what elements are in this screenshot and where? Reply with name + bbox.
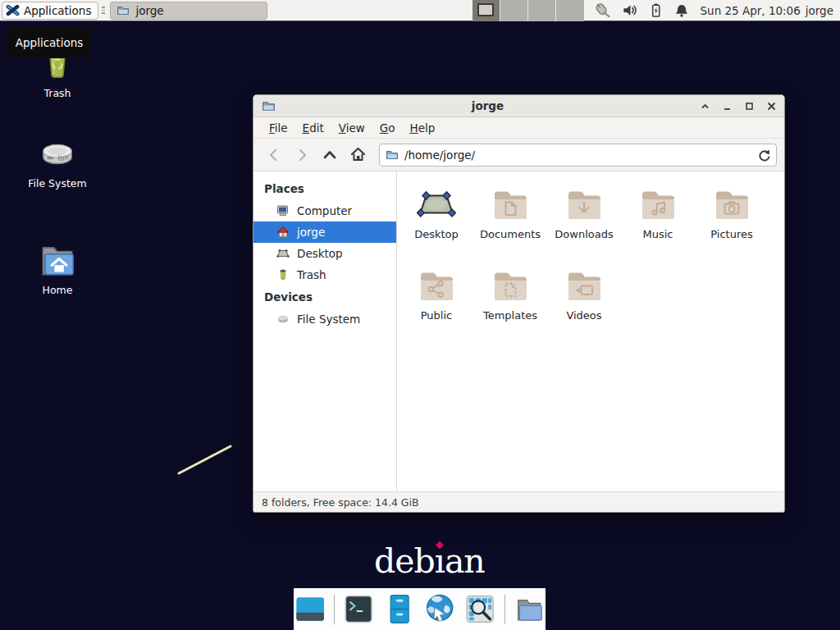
applications-menu-label: Applications <box>24 4 91 17</box>
desktop-icon-label: Trash <box>43 87 71 99</box>
file-music[interactable]: Music <box>621 185 695 266</box>
taskbar-window-label: jorge <box>135 4 163 17</box>
desktop-icon-label: File System <box>28 177 87 189</box>
file-documents[interactable]: Documents <box>473 185 547 266</box>
home-button[interactable] <box>345 144 371 167</box>
desktop-special-icon <box>417 185 456 224</box>
minimize-button[interactable] <box>722 101 732 111</box>
menu-help[interactable]: Help <box>403 118 443 138</box>
desktop-icon <box>276 247 290 260</box>
computer-icon <box>276 204 290 217</box>
file-label: Desktop <box>414 228 459 240</box>
file-label: Templates <box>483 309 537 322</box>
menu-file[interactable]: File <box>262 118 295 138</box>
reload-button[interactable] <box>756 148 770 162</box>
location-bar[interactable]: /home/jorge/ <box>379 144 777 167</box>
sidebar-item-trash[interactable]: Trash <box>253 264 396 285</box>
file-label: Documents <box>480 228 541 240</box>
volume-icon[interactable] <box>622 2 637 18</box>
maximize-button[interactable] <box>744 101 754 111</box>
file-manager-window: jorge File Edit View Go Help <box>253 94 785 513</box>
bottom-dock <box>294 588 546 630</box>
places-sidebar: Places Computer jorge Desktop Trash Devi… <box>253 171 397 491</box>
close-button[interactable] <box>766 101 776 111</box>
sidebar-item-label: File System <box>297 313 360 326</box>
applications-menu-button[interactable]: Applications <box>2 2 98 20</box>
folder-music-icon <box>638 185 678 224</box>
debian-logo-text: an <box>445 541 485 581</box>
path-folder-icon <box>386 148 399 162</box>
status-text: 8 folders, Free space: 14.4 GiB <box>262 496 419 509</box>
home-folder-icon <box>37 240 78 281</box>
file-videos[interactable]: Videos <box>547 266 621 347</box>
desktop-icon-label: Home <box>43 284 73 296</box>
panel-clock[interactable]: Sun 25 Apr, 10:06 <box>701 4 801 17</box>
file-manager-icon[interactable] <box>513 592 546 626</box>
sidebar-item-jorge[interactable]: jorge <box>253 221 396 243</box>
toolbar: /home/jorge/ <box>253 139 784 171</box>
sidebar-item-computer[interactable]: Computer <box>253 200 396 221</box>
workspace-4[interactable] <box>556 0 583 21</box>
notifications-bell-icon[interactable] <box>674 3 689 18</box>
system-tray <box>592 2 689 19</box>
window-title: jorge <box>276 99 700 112</box>
menu-view[interactable]: View <box>331 118 372 138</box>
status-bar: 8 folders, Free space: 14.4 GiB <box>253 491 784 512</box>
file-desktop[interactable]: Desktop <box>399 185 473 266</box>
show-desktop-icon[interactable] <box>294 592 326 626</box>
app-finder-icon[interactable] <box>463 592 496 626</box>
panel-user-menu[interactable]: jorge <box>806 4 833 17</box>
back-button[interactable] <box>261 144 287 167</box>
web-browser-icon[interactable] <box>423 592 456 626</box>
folder-video-icon <box>564 266 604 305</box>
folder-download-icon <box>564 185 604 224</box>
path-text[interactable]: /home/jorge/ <box>404 148 751 162</box>
sidebar-item-label: Desktop <box>297 247 343 260</box>
sidebar-item-desktop[interactable]: Desktop <box>253 243 396 264</box>
debian-logo: debıan <box>374 541 485 581</box>
sidebar-header-devices: Devices <box>253 285 396 308</box>
file-label: Public <box>421 309 452 322</box>
workspace-window-miniature <box>477 3 494 16</box>
debian-logo-text: deb <box>374 541 435 581</box>
up-button[interactable] <box>317 144 343 167</box>
desktop-scribble-line <box>172 440 238 481</box>
dock-separator <box>334 595 335 624</box>
panel-grip-handle[interactable] <box>100 4 107 17</box>
sidebar-item-label: jorge <box>297 226 325 239</box>
file-pictures[interactable]: Pictures <box>695 185 769 266</box>
folder-document-icon <box>491 185 530 224</box>
file-label: Music <box>643 228 673 240</box>
sidebar-item-file-system[interactable]: File System <box>253 308 396 330</box>
window-titlebar[interactable]: jorge <box>253 95 784 117</box>
forward-button[interactable] <box>289 144 315 167</box>
shade-button[interactable] <box>700 101 710 111</box>
workspace-2[interactable] <box>500 0 528 21</box>
applications-tooltip-text: Applications <box>16 36 83 49</box>
debian-logo-i: ı <box>435 541 445 581</box>
battery-icon[interactable] <box>648 2 664 18</box>
terminal-icon[interactable] <box>342 592 375 626</box>
file-label: Downloads <box>555 228 613 240</box>
menu-go[interactable]: Go <box>372 118 403 138</box>
folder-template-icon <box>491 266 530 305</box>
desktop-icon-file-system[interactable]: File System <box>16 133 98 189</box>
file-cabinet-icon[interactable] <box>383 592 416 626</box>
file-label: Videos <box>566 309 601 322</box>
workspace-1[interactable] <box>472 0 500 21</box>
file-public[interactable]: Public <box>399 266 473 347</box>
workspace-3[interactable] <box>528 0 556 21</box>
workspace-switcher[interactable] <box>472 0 584 21</box>
file-downloads[interactable]: Downloads <box>547 185 621 266</box>
menu-edit[interactable]: Edit <box>295 118 331 138</box>
top-panel: Applications jorge Sun 25 Apr, 10:06 jor… <box>0 0 840 21</box>
desktop-icon-home[interactable]: Home <box>16 240 98 296</box>
applications-tooltip: Applications <box>7 27 92 58</box>
input-device-icon[interactable] <box>592 2 611 19</box>
window-folder-icon <box>262 99 276 113</box>
file-templates[interactable]: Templates <box>473 266 547 347</box>
menu-bar: File Edit View Go Help <box>253 117 784 139</box>
taskbar-window-button[interactable]: jorge <box>110 2 267 20</box>
trash-icon <box>276 268 290 281</box>
file-list-view[interactable]: Desktop Documents Downloads Music Pictur… <box>397 171 784 491</box>
